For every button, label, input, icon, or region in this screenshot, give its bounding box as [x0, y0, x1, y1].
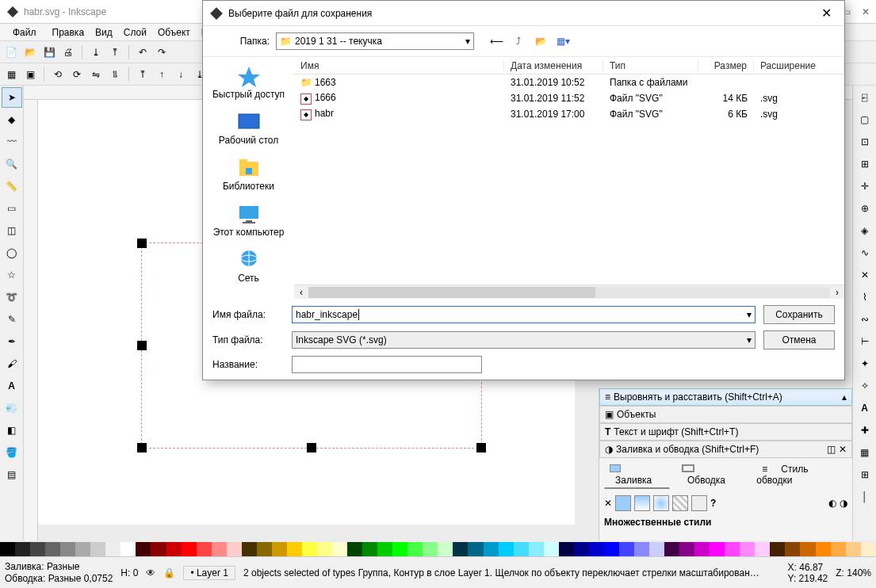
color-palette[interactable] [0, 542, 876, 556]
palette-swatch[interactable] [423, 542, 438, 556]
palette-swatch[interactable] [785, 542, 800, 556]
zoom-value[interactable]: 140% [847, 567, 871, 578]
flip-h-icon[interactable]: ⇋ [88, 67, 104, 82]
swatch-linear[interactable] [634, 495, 650, 511]
tool-node[interactable]: ◆ [2, 109, 22, 130]
palette-swatch[interactable] [166, 542, 182, 556]
snap-center-icon[interactable]: ⊕ [855, 198, 875, 219]
file-row[interactable]: ◆habr31.01.2019 17:00Файл "SVG"6 КБ.svg [294, 106, 844, 122]
place-this-pc[interactable]: Этот компьютер [203, 200, 294, 241]
palette-swatch[interactable] [755, 542, 770, 556]
dialog-close-button[interactable]: ✕ [815, 6, 838, 21]
scroll-thumb[interactable] [308, 287, 595, 298]
print-icon[interactable]: 🖨 [60, 44, 76, 60]
col-date[interactable]: Дата изменения [504, 60, 603, 71]
palette-swatch[interactable] [544, 542, 559, 556]
tool-rect[interactable]: ▭ [2, 198, 22, 219]
palette-swatch[interactable] [0, 542, 15, 556]
palette-swatch[interactable] [136, 542, 151, 556]
snap-bbox-icon[interactable]: ▢ [855, 109, 875, 130]
snap-rotation-center-icon[interactable]: ✧ [855, 376, 875, 396]
rotate-cw-icon[interactable]: ⟳ [69, 67, 85, 82]
lower-icon[interactable]: ↓ [173, 67, 189, 82]
tool-text[interactable]: A [2, 376, 22, 396]
panel-close-icon[interactable]: ✕ [839, 444, 847, 455]
place-network[interactable]: Сеть [203, 246, 294, 287]
fill-unknown-icon[interactable]: ? [710, 498, 716, 509]
snap-edge-icon[interactable]: ⊡ [855, 132, 875, 152]
palette-swatch[interactable] [30, 542, 45, 556]
palette-swatch[interactable] [105, 542, 120, 556]
filetype-combo[interactable]: Inkscape SVG (*.svg)▾ [292, 331, 756, 349]
tool-measure[interactable]: 📏 [2, 176, 22, 197]
palette-swatch[interactable] [499, 542, 514, 556]
nav-view-icon[interactable]: ▦▾ [555, 33, 571, 49]
tool-gradient[interactable]: ▤ [2, 464, 22, 485]
folder-combo[interactable]: 📁 2019 1 31 -- текучка ▾ [276, 32, 474, 50]
panel-undock-icon[interactable]: ◫ [827, 444, 836, 455]
fill-rule2-icon[interactable]: ◑ [840, 498, 847, 509]
palette-swatch[interactable] [816, 542, 831, 556]
palette-swatch[interactable] [800, 542, 815, 556]
place-desktop[interactable]: Рабочий стол [203, 108, 294, 149]
place-quick-access[interactable]: Быстрый доступ [203, 62, 294, 103]
snap-text-baseline-icon[interactable]: A [855, 398, 875, 418]
menu-file[interactable]: Файл [3, 25, 46, 40]
import-icon[interactable]: ⤓ [88, 44, 104, 60]
palette-swatch[interactable] [453, 542, 468, 556]
visibility-icon[interactable]: 👁 [146, 567, 155, 578]
new-icon[interactable]: 📄 [3, 44, 19, 60]
palette-swatch[interactable] [694, 542, 710, 556]
scroll-right-icon[interactable]: › [830, 287, 844, 298]
select-box-icon[interactable]: ▣ [22, 67, 38, 82]
tool-3dbox[interactable]: ◫ [2, 220, 22, 241]
snap-corner-icon[interactable]: ⊞ [855, 154, 875, 174]
palette-swatch[interactable] [60, 542, 75, 556]
palette-swatch[interactable] [649, 542, 664, 556]
tool-selector[interactable]: ➤ [2, 87, 22, 108]
menu-layer[interactable]: Слой [119, 25, 151, 40]
palette-swatch[interactable] [257, 542, 272, 556]
palette-swatch[interactable] [861, 542, 876, 556]
palette-swatch[interactable] [484, 542, 499, 556]
col-type[interactable]: Тип [603, 60, 698, 71]
tool-spray[interactable]: 💨 [2, 398, 22, 418]
fill-rule-icon[interactable]: ◐ [828, 498, 836, 509]
filename-input[interactable]: habr_inkscape▾ [292, 306, 756, 323]
handle-ml[interactable] [137, 341, 147, 350]
fill-none-icon[interactable]: ✕ [604, 498, 612, 509]
swatch-radial[interactable] [653, 495, 669, 511]
tool-star[interactable]: ☆ [2, 265, 22, 285]
palette-swatch[interactable] [302, 542, 317, 556]
palette-swatch[interactable] [362, 542, 377, 556]
file-list-header[interactable]: Имя Дата изменения Тип Размер Расширение [294, 57, 844, 74]
palette-swatch[interactable] [846, 542, 861, 556]
palette-swatch[interactable] [710, 542, 725, 556]
palette-swatch[interactable] [15, 542, 30, 556]
scroll-left-icon[interactable]: ‹ [294, 287, 308, 298]
palette-swatch[interactable] [120, 542, 136, 556]
snap-guide-icon[interactable]: │ [855, 487, 875, 507]
redo-icon[interactable]: ↷ [154, 44, 170, 60]
tab-fill[interactable]: Заливка [604, 461, 670, 489]
palette-swatch[interactable] [529, 542, 544, 556]
snap-enable-icon[interactable]: ⍇ [855, 87, 875, 108]
palette-swatch[interactable] [407, 542, 423, 556]
save-icon[interactable]: 💾 [41, 44, 57, 60]
menu-object[interactable]: Объект [153, 25, 195, 40]
snap-node-icon[interactable]: ◈ [855, 220, 875, 241]
palette-swatch[interactable] [589, 542, 604, 556]
palette-swatch[interactable] [242, 542, 257, 556]
palette-swatch[interactable] [75, 542, 90, 556]
palette-swatch[interactable] [45, 542, 60, 556]
snap-path-icon[interactable]: ∿ [855, 242, 875, 263]
select-all-icon[interactable]: ▦ [3, 67, 19, 82]
tab-stroke[interactable]: Обводка [676, 461, 744, 489]
lock-icon[interactable]: 🔒 [163, 567, 175, 578]
place-libraries[interactable]: Библиотеки [203, 154, 294, 195]
snap-smooth-icon[interactable]: ∾ [855, 309, 875, 330]
palette-swatch[interactable] [514, 542, 529, 556]
col-size[interactable]: Размер [698, 60, 754, 71]
menu-view[interactable]: Вид [90, 25, 117, 40]
nav-newfolder-icon[interactable]: 📂 [533, 33, 549, 49]
